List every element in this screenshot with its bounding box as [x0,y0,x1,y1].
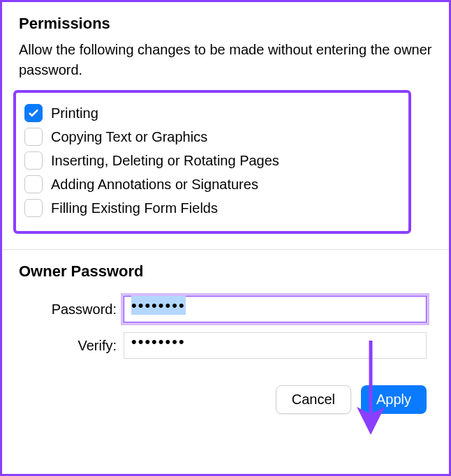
permissions-description: Allow the following changes to be made w… [19,40,432,80]
permission-label: Adding Annotations or Signatures [51,177,258,193]
section-divider [2,249,449,250]
owner-password-title: Owner Password [19,262,432,281]
permissions-highlight-box: Printing Copying Text or Graphics Insert… [13,90,411,234]
verify-input[interactable]: •••••••• [124,332,427,359]
permission-row-printing[interactable]: Printing [24,104,400,122]
permission-label: Filling Existing Form Fields [51,200,218,216]
dialog-buttons: Cancel Apply [19,385,432,414]
password-label: Password: [19,302,124,318]
verify-label: Verify: [19,338,124,354]
permission-row-filling[interactable]: Filling Existing Form Fields [24,199,400,217]
password-input[interactable]: •••••••• [124,296,427,322]
permissions-title: Permissions [19,15,432,33]
permission-label: Printing [51,105,98,121]
password-row: Password: •••••••• [19,296,432,322]
permission-label: Copying Text or Graphics [51,129,207,145]
permission-row-copying[interactable]: Copying Text or Graphics [24,128,400,146]
checkbox-filling[interactable] [24,199,43,217]
cancel-button[interactable]: Cancel [276,385,351,414]
verify-row: Verify: •••••••• [19,332,432,359]
permission-row-annotations[interactable]: Adding Annotations or Signatures [24,175,400,193]
checkbox-printing[interactable] [24,104,43,122]
permission-label: Inserting, Deleting or Rotating Pages [51,153,279,169]
checkbox-inserting[interactable] [24,151,43,170]
permission-row-inserting[interactable]: Inserting, Deleting or Rotating Pages [24,151,400,170]
checkbox-copying[interactable] [24,128,43,146]
apply-button[interactable]: Apply [361,385,427,414]
checkbox-annotations[interactable] [24,175,43,193]
checkmark-icon [27,107,40,119]
